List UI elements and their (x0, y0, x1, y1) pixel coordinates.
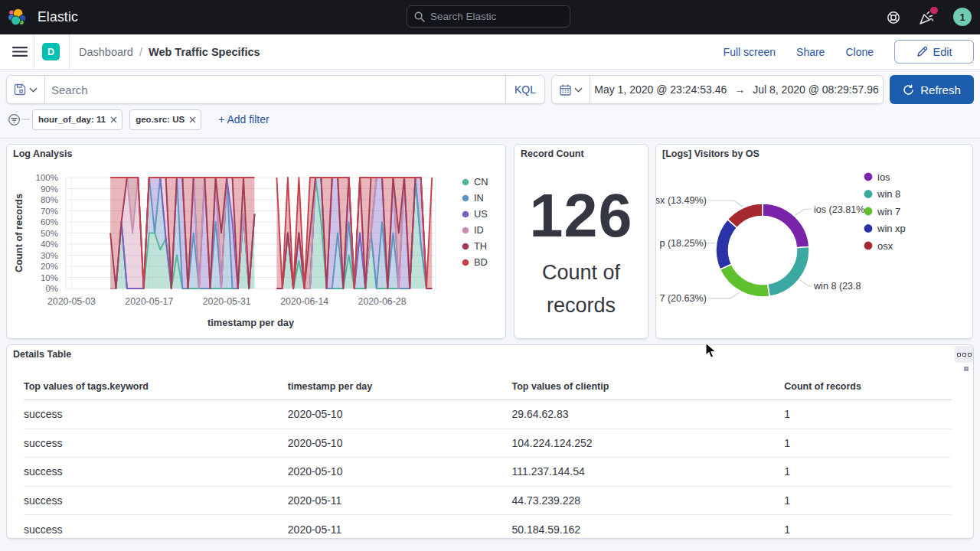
legend-item-label[interactable]: TH (474, 240, 487, 252)
table-cell: 44.73.239.228 (512, 486, 785, 515)
search-icon (414, 11, 425, 22)
donut-callout-label: p (18.25%) (659, 238, 707, 249)
filter-options-icon[interactable] (8, 114, 20, 126)
breadcrumb-dashboard[interactable]: Dashboard (79, 46, 133, 58)
svg-text:0%: 0% (45, 284, 58, 293)
filter-bar-dash (21, 119, 31, 120)
legend-item-label[interactable]: IN (474, 192, 484, 204)
table-cell: 2020-05-11 (288, 486, 512, 515)
full-screen-button[interactable]: Full screen (724, 46, 776, 58)
table-column-header[interactable]: Top values of clientip (512, 374, 785, 400)
filter-pill-hour-of-day[interactable]: hour_of_day: 11 (32, 109, 122, 130)
panel-log-analysis: Log Analysis 0%10%20%30%40%50%60%70%80%9… (6, 144, 506, 339)
donut-slice-win-7[interactable] (720, 264, 769, 297)
visitors-by-os-donut-chart[interactable]: ios (23.81%win 8 (23.87 (20.63%)p (18.25… (656, 145, 973, 338)
legend-dot-icon (864, 173, 873, 181)
chevron-down-icon (574, 87, 583, 93)
date-quick-menu-button[interactable] (552, 76, 590, 103)
avatar[interactable]: 1 (953, 8, 972, 26)
legend-dot-icon (864, 242, 873, 250)
share-button[interactable]: Share (796, 46, 825, 58)
filter-pill-label: geo.src: US (136, 115, 185, 124)
svg-text:2020-05-31: 2020-05-31 (203, 296, 251, 307)
brand-name[interactable]: Elastic (38, 0, 78, 34)
filter-bar: hour_of_day: 11 geo.src: US + Add filter (0, 109, 270, 130)
refresh-button[interactable]: Refresh (890, 75, 974, 104)
table-cell: success (24, 486, 288, 515)
legend-item-label[interactable]: win 7 (877, 206, 900, 217)
panel-title: [Logs] Visitors by OS (662, 148, 760, 159)
panel-title: Log Analysis (13, 148, 72, 159)
divider (69, 34, 70, 69)
query-language-button[interactable]: KQL (505, 76, 544, 103)
legend-item-label[interactable]: CN (474, 176, 488, 187)
query-input-placeholder: Search (51, 83, 505, 96)
remove-filter-icon[interactable] (110, 116, 117, 123)
svg-text:20%: 20% (41, 262, 58, 271)
table-cell: 2020-05-10 (288, 400, 512, 429)
remove-filter-icon[interactable] (189, 116, 196, 123)
legend-dot-icon (462, 211, 469, 218)
chevron-down-icon (29, 87, 38, 93)
legend-item-label[interactable]: ID (474, 224, 484, 236)
table-column-header[interactable]: Count of records (784, 374, 952, 400)
global-header: Elastic Search Elastic 1 (0, 0, 980, 34)
edit-button[interactable]: Edit (894, 40, 974, 64)
donut-slice-win-8[interactable] (768, 246, 809, 296)
table-cell: 2020-05-11 (288, 515, 512, 539)
legend-dot-icon (462, 243, 469, 250)
legend-item-label[interactable]: US (474, 208, 488, 220)
global-search-input[interactable]: Search Elastic (407, 5, 570, 28)
query-input[interactable]: Search KQL (6, 75, 545, 104)
svg-text:2020-06-28: 2020-06-28 (358, 296, 407, 307)
scrollbar-thumb[interactable] (964, 367, 969, 371)
clone-button[interactable]: Clone (845, 46, 874, 58)
metric-value: 126 (514, 185, 648, 246)
query-bar-section: Search KQL May 1 (0, 70, 980, 139)
date-range-start[interactable]: May 1, 2020 @ 23:24:53.46 (594, 83, 727, 96)
svg-text:2020-06-14: 2020-06-14 (280, 296, 328, 307)
donut-slice-osx[interactable] (727, 204, 763, 228)
save-icon (14, 83, 26, 96)
help-icon[interactable] (887, 11, 900, 24)
panel-details-table: Details Table Top values of tags.keyword… (6, 344, 974, 539)
table-cell: success (24, 458, 288, 487)
panel-options-button[interactable] (955, 346, 973, 363)
global-search-placeholder: Search Elastic (430, 11, 496, 22)
log-analysis-area-chart[interactable]: 0%10%20%30%40%50%60%70%80%90%100%2020-05… (7, 145, 506, 338)
svg-text:timestamp per day: timestamp per day (207, 317, 295, 328)
legend-item-label[interactable]: osx (877, 240, 893, 252)
legend-item-label[interactable]: ios (877, 171, 890, 183)
legend-dot-icon (462, 195, 469, 202)
refresh-icon (903, 84, 914, 96)
table-cell: 1 (784, 400, 952, 429)
table-column-header[interactable]: Top values of tags.keyword (24, 374, 288, 400)
table-column-header[interactable]: timestamp per day (288, 374, 512, 400)
filter-pill-label: hour_of_day: 11 (38, 115, 106, 124)
refresh-button-label: Refresh (920, 83, 961, 96)
svg-text:10%: 10% (41, 273, 58, 282)
legend-item-label[interactable]: win xp (877, 223, 906, 234)
filter-pill-geo-src[interactable]: geo.src: US (129, 109, 201, 130)
legend-item-label[interactable]: BD (474, 256, 488, 268)
menu-hamburger-icon[interactable] (12, 47, 28, 57)
saved-query-menu-button[interactable] (7, 76, 45, 103)
newsfeed-party-popper-icon[interactable] (918, 7, 939, 28)
legend-item-label[interactable]: win 8 (877, 188, 900, 200)
metric-label: Count of records (514, 256, 648, 322)
legend-dot-icon (864, 224, 873, 233)
donut-callout-label: 7 (20.63%) (659, 293, 707, 304)
table-cell: success (24, 515, 288, 539)
divider (34, 34, 34, 69)
table-cell: 104.224.124.252 (512, 429, 785, 458)
add-filter-button[interactable]: + Add filter (218, 113, 270, 126)
donut-callout-label: ios (23.81% (814, 204, 865, 215)
donut-slice-win-xp[interactable] (716, 220, 737, 269)
mouse-cursor (705, 343, 717, 360)
table-row: success2020-05-1150.184.59.1621 (24, 515, 952, 539)
elastic-logo-icon[interactable] (8, 8, 27, 27)
date-range-end[interactable]: Jul 8, 2020 @ 08:29:57.96 (753, 83, 878, 96)
table-cell: 1 (784, 429, 952, 458)
space-badge[interactable]: D (42, 43, 60, 60)
details-table: Top values of tags.keywordtimestamp per … (24, 374, 952, 539)
